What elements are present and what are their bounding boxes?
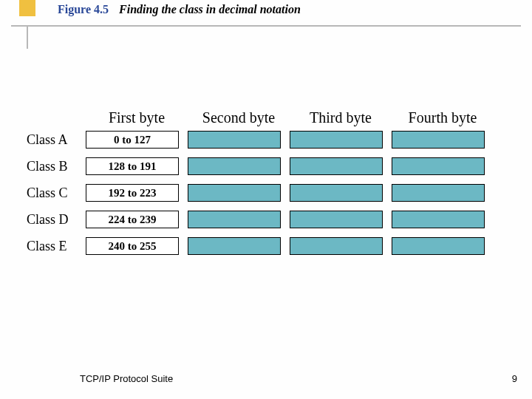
empty-cell bbox=[392, 184, 485, 202]
empty-cell bbox=[188, 211, 281, 228]
empty-cell bbox=[290, 237, 383, 255]
page-number: 9 bbox=[512, 373, 517, 384]
empty-cell bbox=[188, 131, 281, 149]
column-headers: First byte Second byte Third byte Fourth… bbox=[86, 109, 514, 126]
range-cell: 128 to 191 bbox=[86, 157, 179, 175]
table-row: Class C 192 to 223 bbox=[27, 184, 514, 202]
table-row: Class D 224 to 239 bbox=[27, 211, 514, 228]
row-label: Class B bbox=[27, 159, 86, 174]
figure-title: Finding the class in decimal notation bbox=[119, 3, 301, 16]
slide-header: Figure 4.5 Finding the class in decimal … bbox=[0, 0, 532, 52]
range-cell: 0 to 127 bbox=[86, 131, 179, 149]
col-header-2: Second byte bbox=[188, 109, 290, 126]
title-row: Figure 4.5 Finding the class in decimal … bbox=[58, 3, 301, 16]
empty-cell bbox=[392, 131, 485, 149]
empty-cell bbox=[188, 157, 281, 175]
empty-cell bbox=[290, 157, 383, 175]
class-table: First byte Second byte Third byte Fourth… bbox=[27, 109, 514, 264]
empty-cell bbox=[290, 211, 383, 228]
row-label: Class D bbox=[27, 212, 86, 228]
empty-cell bbox=[392, 157, 485, 175]
col-header-3: Third byte bbox=[290, 109, 392, 126]
row-label: Class C bbox=[27, 185, 86, 201]
range-cell: 192 to 223 bbox=[86, 184, 179, 202]
col-header-1: First byte bbox=[86, 109, 188, 126]
row-label: Class E bbox=[27, 239, 86, 254]
table-row: Class B 128 to 191 bbox=[27, 157, 514, 175]
range-cell: 240 to 255 bbox=[86, 237, 179, 255]
range-cell: 224 to 239 bbox=[86, 211, 179, 228]
empty-cell bbox=[392, 237, 485, 255]
empty-cell bbox=[290, 131, 383, 149]
footer-source: TCP/IP Protocol Suite bbox=[80, 373, 173, 384]
horizontal-rule bbox=[11, 25, 521, 27]
empty-cell bbox=[188, 184, 281, 202]
empty-cell bbox=[392, 211, 485, 228]
col-header-4: Fourth byte bbox=[392, 109, 494, 126]
empty-cell bbox=[290, 184, 383, 202]
row-label: Class A bbox=[27, 132, 86, 148]
figure-label: Figure 4.5 bbox=[58, 3, 109, 16]
accent-square-icon bbox=[19, 0, 35, 16]
table-row: Class A 0 to 127 bbox=[27, 131, 514, 149]
table-row: Class E 240 to 255 bbox=[27, 237, 514, 255]
vertical-rule bbox=[27, 25, 28, 49]
empty-cell bbox=[188, 237, 281, 255]
